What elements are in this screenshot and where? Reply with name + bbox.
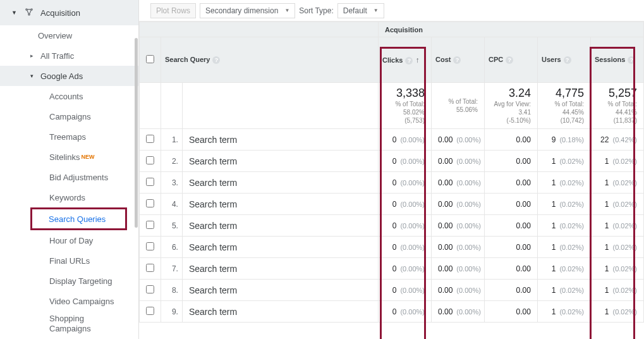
row-sessions: 1(0.02%): [590, 258, 643, 280]
row-clicks: 0(0.00%): [378, 258, 431, 280]
nav-item-video-campaigns[interactable]: Video Campaigns: [0, 291, 138, 311]
nav-item-attribution[interactable]: AttributionBETA: [0, 336, 138, 339]
row-sessions: 22(0.42%): [590, 129, 643, 151]
row-users: 9(0.18%): [537, 129, 590, 151]
table-row: 9.Search term0(0.00%)0.00(0.00%)0.001(0.…: [139, 301, 643, 323]
sort-arrow-up-icon: ↑: [415, 56, 419, 65]
row-term[interactable]: Search term: [182, 280, 378, 301]
nav-item-hour-of-day[interactable]: Hour of Day: [0, 230, 138, 250]
nav-section-label: Acquisition: [40, 8, 80, 18]
help-icon[interactable]: ?: [405, 57, 413, 65]
row-cost: 0.00(0.00%): [431, 172, 484, 194]
help-icon[interactable]: ?: [506, 56, 513, 64]
row-index: 3.: [161, 172, 182, 194]
row-sessions: 1(0.02%): [590, 194, 643, 215]
chevron-right-icon: ▸: [30, 52, 37, 59]
row-checkbox[interactable]: [146, 135, 154, 143]
column-header-search-query[interactable]: Search Query?: [161, 37, 378, 83]
row-users: 1(0.02%): [537, 237, 590, 258]
table-row: 2.Search term0(0.00%)0.00(0.00%)0.001(0.…: [139, 151, 643, 172]
help-icon[interactable]: ?: [453, 56, 461, 64]
row-clicks: 0(0.00%): [378, 151, 431, 172]
nav-item-all-traffic[interactable]: ▸ All Traffic: [0, 46, 138, 66]
row-cpc: 0.00: [484, 129, 537, 151]
column-header-users[interactable]: Users?: [537, 37, 590, 83]
nav-item-final-urls[interactable]: Final URLs: [0, 250, 138, 271]
nav-item-sitelinks[interactable]: SitelinksNEW: [0, 147, 138, 167]
row-checkbox[interactable]: [146, 242, 154, 250]
nav-item-keywords[interactable]: Keywords: [0, 187, 138, 207]
column-header-sessions[interactable]: Sessions?: [590, 37, 643, 83]
nav-item-shopping-campaigns[interactable]: ShoppingCampaigns: [0, 311, 138, 336]
row-checkbox[interactable]: [146, 156, 154, 164]
column-header-clicks[interactable]: Clicks?↑: [378, 37, 431, 83]
nav-item-display-targeting[interactable]: Display Targeting: [0, 271, 138, 291]
row-term[interactable]: Search term: [182, 172, 378, 194]
row-index: 6.: [161, 237, 182, 258]
nav-item-accounts[interactable]: Accounts: [0, 86, 138, 106]
row-cost: 0.00(0.00%): [431, 258, 484, 280]
row-users: 1(0.02%): [537, 258, 590, 280]
row-clicks: 0(0.00%): [378, 237, 431, 258]
table-row: 3.Search term0(0.00%)0.00(0.00%)0.001(0.…: [139, 172, 643, 194]
column-header-cpc[interactable]: CPC?: [484, 37, 537, 83]
nav-item-google-ads[interactable]: ▾ Google Ads: [0, 66, 138, 86]
row-index: 1.: [161, 129, 182, 151]
nav-item-campaigns[interactable]: Campaigns: [0, 106, 138, 126]
row-cpc: 0.00: [484, 237, 537, 258]
row-cost: 0.00(0.00%): [431, 301, 484, 323]
row-users: 1(0.02%): [537, 215, 590, 237]
row-clicks: 0(0.00%): [378, 172, 431, 194]
row-term[interactable]: Search term: [182, 151, 378, 172]
row-index: 9.: [161, 301, 182, 323]
nav-section-acquisition[interactable]: ▼ Acquisition: [0, 0, 138, 25]
row-checkbox[interactable]: [146, 307, 154, 315]
help-icon[interactable]: ?: [212, 56, 220, 64]
table-toolbar: Plot Rows Secondary dimension Sort Type:…: [139, 0, 644, 22]
row-checkbox[interactable]: [146, 199, 154, 207]
nav-item-search-queries[interactable]: Search Queries: [32, 209, 125, 228]
row-term[interactable]: Search term: [182, 301, 378, 323]
nav-item-overview[interactable]: Overview: [0, 25, 138, 46]
row-users: 1(0.02%): [537, 280, 590, 301]
row-index: 4.: [161, 194, 182, 215]
plot-rows-button[interactable]: Plot Rows: [150, 3, 196, 18]
nav-item-treemaps[interactable]: Treemaps: [0, 126, 138, 147]
chevron-down-icon: ▾: [30, 73, 37, 79]
table-row: 5.Search term0(0.00%)0.00(0.00%)0.001(0.…: [139, 215, 643, 237]
row-sessions: 1(0.02%): [590, 151, 643, 172]
row-cost: 0.00(0.00%): [431, 129, 484, 151]
row-term[interactable]: Search term: [182, 194, 378, 215]
summary-users: 4,775 % of Total: 44.45% (10,742): [537, 83, 590, 129]
row-checkbox[interactable]: [146, 264, 154, 272]
acquisition-icon: [24, 8, 34, 18]
scrollbar[interactable]: [135, 38, 138, 228]
summary-cost: % of Total: 55.06%: [431, 83, 484, 129]
row-checkbox[interactable]: [146, 221, 154, 229]
row-term[interactable]: Search term: [182, 237, 378, 258]
row-term[interactable]: Search term: [182, 215, 378, 237]
row-sessions: 1(0.02%): [590, 301, 643, 323]
secondary-dimension-dropdown[interactable]: Secondary dimension: [200, 3, 295, 18]
column-header-cost[interactable]: Cost?: [431, 37, 484, 83]
row-users: 1(0.02%): [537, 151, 590, 172]
row-cost: 0.00(0.00%): [431, 215, 484, 237]
sort-type-dropdown[interactable]: Default: [337, 3, 384, 18]
select-all-cell: [139, 37, 161, 83]
help-icon[interactable]: ?: [564, 56, 571, 64]
row-term[interactable]: Search term: [182, 258, 378, 280]
table-row: 4.Search term0(0.00%)0.00(0.00%)0.001(0.…: [139, 194, 643, 215]
row-cpc: 0.00: [484, 215, 537, 237]
table-row: 6.Search term0(0.00%)0.00(0.00%)0.001(0.…: [139, 237, 643, 258]
row-term[interactable]: Search term: [182, 129, 378, 151]
svg-point-2: [28, 13, 30, 15]
row-clicks: 0(0.00%): [378, 129, 431, 151]
row-checkbox[interactable]: [146, 178, 154, 186]
row-cpc: 0.00: [484, 172, 537, 194]
help-icon[interactable]: ?: [628, 56, 635, 64]
row-checkbox[interactable]: [146, 285, 154, 293]
row-users: 1(0.02%): [537, 172, 590, 194]
table-row: 1.Search term0(0.00%)0.00(0.00%)0.009(0.…: [139, 129, 643, 151]
nav-item-bid-adjustments[interactable]: Bid Adjustments: [0, 167, 138, 187]
select-all-checkbox[interactable]: [146, 55, 154, 63]
